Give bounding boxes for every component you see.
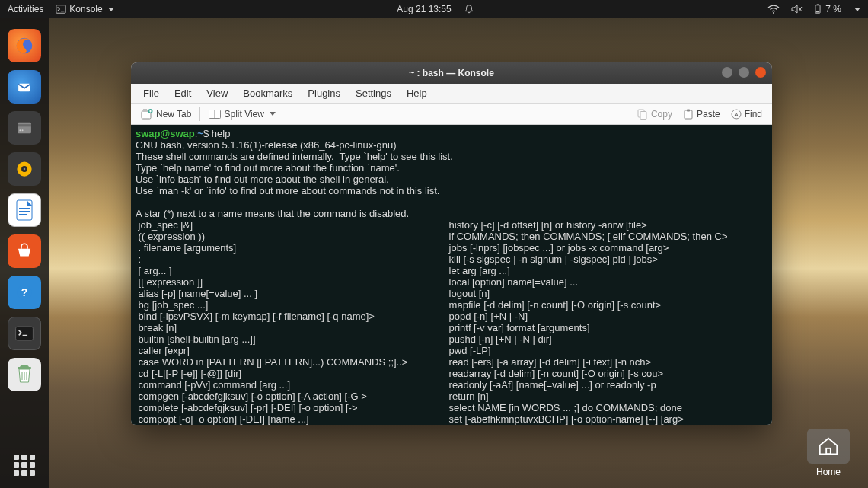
- menu-settings[interactable]: Settings: [349, 85, 397, 101]
- desktop-home-folder[interactable]: Home: [801, 429, 856, 477]
- svg-rect-3: [817, 4, 819, 5]
- find-button[interactable]: A Find: [726, 107, 767, 122]
- activities-button[interactable]: Activities: [8, 4, 43, 14]
- menu-bookmarks[interactable]: Bookmarks: [237, 85, 298, 101]
- copy-button[interactable]: Copy: [632, 107, 678, 122]
- svg-rect-22: [826, 448, 831, 455]
- svg-rect-30: [687, 109, 690, 111]
- window-titlebar[interactable]: ~ : bash — Konsole: [131, 62, 772, 84]
- app-menu[interactable]: Konsole: [56, 4, 113, 14]
- find-icon: A: [731, 109, 742, 120]
- toolbar-separator: [199, 107, 200, 121]
- help-col-left: job_spec [&] (( expression )) . filename…: [136, 219, 446, 425]
- svg-rect-14: [17, 200, 32, 220]
- svg-rect-7: [18, 123, 31, 134]
- split-view-icon: [209, 110, 221, 119]
- prompt-host: swap: [170, 128, 195, 139]
- svg-point-1: [773, 12, 774, 14]
- dock-libreoffice-writer[interactable]: [8, 193, 41, 227]
- app-menu-label: Konsole: [69, 4, 102, 14]
- new-tab-icon: [141, 109, 153, 120]
- dock-rhythmbox[interactable]: [8, 152, 41, 186]
- terminal-area[interactable]: swap@swap:~$ help GNU bash, version 5.1.…: [131, 125, 772, 425]
- menubar: File Edit View Bookmarks Plugins Setting…: [131, 84, 772, 104]
- chevron-down-icon: [108, 8, 114, 11]
- svg-point-13: [24, 168, 26, 171]
- dock-help[interactable]: ?: [8, 276, 41, 309]
- battery-pct: 7 %: [825, 4, 841, 14]
- maximize-button[interactable]: [739, 67, 749, 78]
- svg-point-10: [22, 129, 24, 131]
- home-folder-icon: [807, 429, 850, 464]
- konsole-icon: [56, 4, 66, 14]
- desktop-home-label: Home: [801, 467, 856, 477]
- paste-button[interactable]: Paste: [678, 107, 726, 122]
- dock-trash[interactable]: [8, 358, 41, 391]
- svg-text:?: ?: [21, 286, 27, 298]
- dock: ?: [0, 18, 49, 488]
- svg-rect-16: [19, 211, 30, 212]
- help-columns: job_spec [&] (( expression )) . filename…: [136, 219, 767, 425]
- copy-label: Copy: [651, 109, 672, 120]
- grid-icon: [14, 455, 35, 476]
- dock-firefox[interactable]: [8, 29, 41, 62]
- battery-indicator[interactable]: 7 %: [813, 4, 841, 14]
- prompt-user: swap: [136, 128, 161, 139]
- svg-text:A: A: [734, 111, 739, 118]
- notification-bell-icon[interactable]: [464, 4, 474, 14]
- svg-rect-29: [685, 110, 692, 119]
- prompt-path: ~: [197, 128, 203, 139]
- dock-files[interactable]: [8, 111, 41, 145]
- window-title: ~ : bash — Konsole: [409, 68, 494, 78]
- new-tab-label: New Tab: [156, 109, 191, 120]
- dock-terminal[interactable]: [8, 317, 41, 350]
- wifi-icon[interactable]: [767, 4, 780, 14]
- volume-muted-icon[interactable]: [790, 4, 803, 14]
- find-label: Find: [745, 109, 762, 120]
- split-view-label: Split View: [224, 109, 263, 120]
- top-panel: Activities Konsole Aug 21 13:55 7 %: [0, 0, 868, 18]
- copy-icon: [637, 109, 648, 120]
- typed-command: help: [212, 128, 231, 139]
- clock[interactable]: Aug 21 13:55: [397, 4, 451, 14]
- svg-rect-8: [18, 124, 31, 126]
- paste-label: Paste: [697, 109, 720, 120]
- svg-rect-15: [19, 208, 30, 209]
- chevron-down-icon: [270, 112, 276, 116]
- menu-view[interactable]: View: [200, 85, 234, 101]
- svg-rect-20: [16, 327, 34, 340]
- help-col-right: history [-c] [-d offset] [n] or history …: [446, 219, 727, 425]
- svg-rect-0: [56, 5, 65, 14]
- paste-icon: [683, 109, 694, 120]
- new-tab-button[interactable]: New Tab: [136, 107, 196, 122]
- menu-help[interactable]: Help: [400, 85, 433, 101]
- menu-file[interactable]: File: [137, 85, 165, 101]
- svg-rect-17: [19, 214, 27, 215]
- menu-edit[interactable]: Edit: [168, 85, 197, 101]
- svg-point-9: [19, 129, 21, 131]
- toolbar: New Tab Split View Copy Paste A Find: [131, 104, 772, 125]
- svg-rect-21: [18, 367, 31, 369]
- minimize-button[interactable]: [722, 67, 732, 78]
- konsole-window: ~ : bash — Konsole File Edit View Bookma…: [131, 62, 772, 425]
- chevron-down-icon: [854, 8, 860, 11]
- dock-thunderbird[interactable]: [8, 70, 41, 104]
- battery-icon: [813, 4, 822, 14]
- svg-rect-28: [640, 111, 646, 119]
- help-header: GNU bash, version 5.1.16(1)-release (x86…: [136, 139, 453, 219]
- svg-rect-4: [816, 11, 819, 12]
- show-applications-button[interactable]: [0, 455, 49, 476]
- system-menu-chevron[interactable]: [852, 4, 860, 14]
- dock-ubuntu-software[interactable]: [8, 234, 41, 268]
- close-button[interactable]: [755, 67, 766, 78]
- menu-plugins[interactable]: Plugins: [302, 85, 346, 101]
- split-view-button[interactable]: Split View: [203, 107, 280, 122]
